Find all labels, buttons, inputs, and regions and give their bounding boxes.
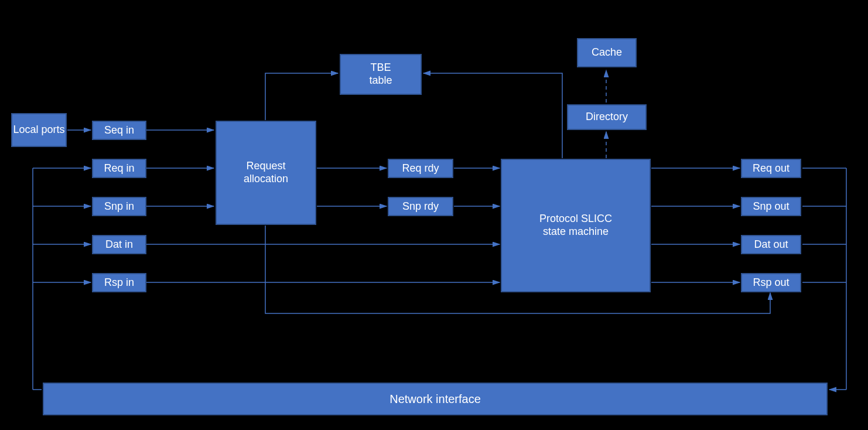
- request-allocation-box: Request allocation: [216, 121, 316, 225]
- req-in-label: Req in: [104, 162, 134, 175]
- snp-rdy-label: Snp rdy: [402, 200, 439, 213]
- rsp-in-box: Rsp in: [92, 273, 146, 292]
- req-out-box: Req out: [741, 159, 801, 178]
- seq-in-box: Seq in: [92, 121, 146, 140]
- cache-box: Cache: [577, 38, 637, 67]
- protocol-slicc-label: Protocol SLICC state machine: [539, 213, 612, 238]
- dat-in-box: Dat in: [92, 235, 146, 254]
- dat-out-box: Dat out: [741, 235, 801, 254]
- network-interface-box: Network interface: [43, 383, 828, 415]
- request-allocation-label: Request allocation: [244, 160, 288, 185]
- seq-in-label: Seq in: [104, 124, 134, 137]
- snp-out-label: Snp out: [753, 200, 789, 213]
- rsp-out-label: Rsp out: [753, 277, 789, 289]
- req-rdy-label: Req rdy: [402, 162, 439, 175]
- rsp-out-box: Rsp out: [741, 273, 801, 292]
- snp-in-label: Snp in: [104, 200, 134, 213]
- tbe-table-label: TBE table: [369, 62, 392, 87]
- dat-in-label: Dat in: [105, 238, 133, 251]
- directory-label: Directory: [586, 111, 628, 124]
- local-ports-label: Local ports: [13, 124, 64, 136]
- tbe-table-box: TBE table: [340, 54, 422, 95]
- snp-in-box: Snp in: [92, 197, 146, 216]
- req-rdy-box: Req rdy: [388, 159, 453, 178]
- req-in-box: Req in: [92, 159, 146, 178]
- dat-out-label: Dat out: [754, 238, 788, 251]
- protocol-slicc-box: Protocol SLICC state machine: [501, 159, 651, 292]
- directory-box: Directory: [567, 104, 647, 130]
- network-interface-label: Network interface: [389, 392, 481, 406]
- rsp-in-label: Rsp in: [104, 277, 134, 289]
- local-ports-box: Local ports: [11, 113, 67, 147]
- cache-label: Cache: [592, 46, 622, 59]
- snp-out-box: Snp out: [741, 197, 801, 216]
- req-out-label: Req out: [753, 162, 790, 175]
- snp-rdy-box: Snp rdy: [388, 197, 453, 216]
